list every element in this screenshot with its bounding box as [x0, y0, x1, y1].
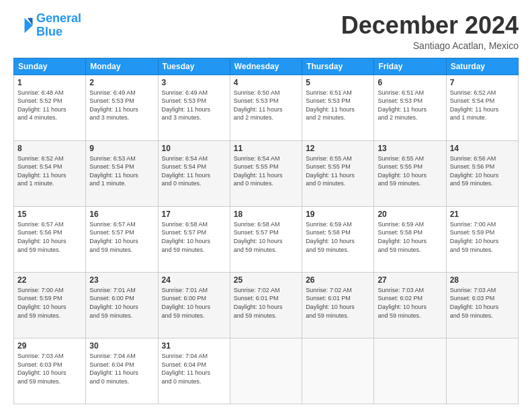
table-row: 21Sunrise: 7:00 AMSunset: 5:59 PMDayligh…	[446, 206, 518, 272]
day-number: 6	[378, 78, 442, 87]
day-info: Sunrise: 7:01 AMSunset: 6:00 PMDaylight:…	[89, 286, 154, 320]
day-info: Sunrise: 7:04 AMSunset: 6:04 PMDaylight:…	[162, 352, 226, 385]
col-friday: Friday	[374, 58, 446, 75]
calendar-week-5: 29Sunrise: 7:03 AMSunset: 6:03 PMDayligh…	[14, 338, 519, 404]
table-row: 15Sunrise: 6:57 AMSunset: 5:56 PMDayligh…	[14, 206, 86, 272]
top-section: General Blue December 2024 Santiago Acat…	[13, 12, 519, 51]
calendar-week-1: 1Sunrise: 6:48 AMSunset: 5:52 PMDaylight…	[14, 75, 519, 140]
table-row: 6Sunrise: 6:51 AMSunset: 5:53 PMDaylight…	[374, 75, 446, 140]
table-row: 2Sunrise: 6:49 AMSunset: 5:53 PMDaylight…	[86, 75, 158, 140]
col-saturday: Saturday	[446, 58, 518, 75]
day-number: 25	[234, 275, 298, 285]
calendar-week-3: 15Sunrise: 6:57 AMSunset: 5:56 PMDayligh…	[14, 206, 519, 272]
table-row: 14Sunrise: 6:56 AMSunset: 5:56 PMDayligh…	[446, 140, 518, 206]
table-row: 28Sunrise: 7:03 AMSunset: 6:03 PMDayligh…	[446, 272, 518, 338]
table-row: 29Sunrise: 7:03 AMSunset: 6:03 PMDayligh…	[14, 338, 86, 404]
day-number: 24	[162, 275, 226, 285]
day-number: 7	[450, 78, 515, 87]
day-number: 1	[17, 78, 82, 87]
table-row: 31Sunrise: 7:04 AMSunset: 6:04 PMDayligh…	[158, 338, 230, 404]
day-info: Sunrise: 6:54 AMSunset: 5:54 PMDaylight:…	[162, 154, 226, 188]
table-row	[446, 338, 518, 404]
day-info: Sunrise: 6:58 AMSunset: 5:57 PMDaylight:…	[162, 220, 226, 254]
day-info: Sunrise: 7:00 AMSunset: 5:59 PMDaylight:…	[450, 220, 515, 254]
day-number: 15	[17, 210, 82, 219]
day-info: Sunrise: 6:57 AMSunset: 5:56 PMDaylight:…	[17, 220, 82, 254]
col-wednesday: Wednesday	[230, 58, 302, 75]
table-row: 1Sunrise: 6:48 AMSunset: 5:52 PMDaylight…	[14, 75, 86, 140]
day-number: 23	[89, 275, 154, 285]
table-row: 8Sunrise: 6:52 AMSunset: 5:54 PMDaylight…	[14, 140, 86, 206]
day-number: 11	[234, 144, 298, 153]
day-info: Sunrise: 6:56 AMSunset: 5:56 PMDaylight:…	[450, 154, 515, 188]
calendar-table: Sunday Monday Tuesday Wednesday Thursday…	[13, 58, 519, 404]
day-info: Sunrise: 6:59 AMSunset: 5:58 PMDaylight:…	[306, 220, 370, 254]
calendar-week-4: 22Sunrise: 7:00 AMSunset: 5:59 PMDayligh…	[14, 272, 519, 338]
day-info: Sunrise: 6:50 AMSunset: 5:53 PMDaylight:…	[234, 89, 298, 122]
table-row: 13Sunrise: 6:55 AMSunset: 5:55 PMDayligh…	[374, 140, 446, 206]
table-row: 9Sunrise: 6:53 AMSunset: 5:54 PMDaylight…	[86, 140, 158, 206]
day-number: 8	[17, 144, 82, 153]
table-row	[302, 338, 374, 404]
location: Santiago Acatlan, Mexico	[341, 40, 519, 51]
day-number: 3	[162, 78, 226, 87]
day-info: Sunrise: 6:53 AMSunset: 5:54 PMDaylight:…	[89, 154, 154, 188]
table-row: 11Sunrise: 6:54 AMSunset: 5:55 PMDayligh…	[230, 140, 302, 206]
day-info: Sunrise: 6:59 AMSunset: 5:58 PMDaylight:…	[378, 220, 442, 254]
day-info: Sunrise: 6:48 AMSunset: 5:52 PMDaylight:…	[17, 89, 82, 122]
header-right: December 2024 Santiago Acatlan, Mexico	[341, 12, 519, 51]
day-number: 22	[17, 275, 82, 285]
day-number: 30	[89, 341, 154, 351]
day-number: 4	[234, 78, 298, 87]
day-info: Sunrise: 6:52 AMSunset: 5:54 PMDaylight:…	[450, 89, 515, 122]
table-row: 7Sunrise: 6:52 AMSunset: 5:54 PMDaylight…	[446, 75, 518, 140]
day-info: Sunrise: 6:55 AMSunset: 5:55 PMDaylight:…	[378, 154, 442, 188]
table-row: 12Sunrise: 6:55 AMSunset: 5:55 PMDayligh…	[302, 140, 374, 206]
day-number: 12	[306, 144, 370, 153]
logo-line2: Blue	[36, 25, 62, 38]
day-info: Sunrise: 7:02 AMSunset: 6:01 PMDaylight:…	[234, 286, 298, 320]
day-info: Sunrise: 7:03 AMSunset: 6:03 PMDaylight:…	[17, 352, 82, 385]
page: General Blue December 2024 Santiago Acat…	[0, 0, 532, 411]
day-info: Sunrise: 6:51 AMSunset: 5:53 PMDaylight:…	[378, 89, 442, 122]
day-info: Sunrise: 7:04 AMSunset: 6:04 PMDaylight:…	[89, 352, 154, 385]
table-row: 18Sunrise: 6:58 AMSunset: 5:57 PMDayligh…	[230, 206, 302, 272]
table-row: 16Sunrise: 6:57 AMSunset: 5:57 PMDayligh…	[86, 206, 158, 272]
day-number: 18	[234, 210, 298, 219]
table-row: 27Sunrise: 7:03 AMSunset: 6:02 PMDayligh…	[374, 272, 446, 338]
day-number: 13	[378, 144, 442, 153]
table-row: 22Sunrise: 7:00 AMSunset: 5:59 PMDayligh…	[14, 272, 86, 338]
day-number: 17	[162, 210, 226, 219]
day-number: 20	[378, 210, 442, 219]
table-row	[230, 338, 302, 404]
table-row: 25Sunrise: 7:02 AMSunset: 6:01 PMDayligh…	[230, 272, 302, 338]
day-info: Sunrise: 7:03 AMSunset: 6:02 PMDaylight:…	[378, 286, 442, 320]
day-number: 19	[306, 210, 370, 219]
logo-text: General Blue	[36, 12, 81, 39]
day-info: Sunrise: 6:52 AMSunset: 5:54 PMDaylight:…	[17, 154, 82, 188]
table-row: 3Sunrise: 6:49 AMSunset: 5:53 PMDaylight…	[158, 75, 230, 140]
day-number: 28	[450, 275, 515, 285]
day-number: 29	[17, 341, 82, 351]
day-info: Sunrise: 7:00 AMSunset: 5:59 PMDaylight:…	[17, 286, 82, 320]
calendar-header-row: Sunday Monday Tuesday Wednesday Thursday…	[14, 58, 519, 75]
day-number: 21	[450, 210, 515, 219]
day-info: Sunrise: 7:01 AMSunset: 6:00 PMDaylight:…	[162, 286, 226, 320]
day-info: Sunrise: 6:49 AMSunset: 5:53 PMDaylight:…	[89, 89, 154, 122]
table-row: 10Sunrise: 6:54 AMSunset: 5:54 PMDayligh…	[158, 140, 230, 206]
day-info: Sunrise: 6:54 AMSunset: 5:55 PMDaylight:…	[234, 154, 298, 188]
month-title: December 2024	[341, 12, 519, 39]
day-number: 27	[378, 275, 442, 285]
day-info: Sunrise: 6:57 AMSunset: 5:57 PMDaylight:…	[89, 220, 154, 254]
logo-line1: General	[36, 11, 81, 25]
day-number: 14	[450, 144, 515, 153]
day-number: 9	[89, 144, 154, 153]
day-number: 5	[306, 78, 370, 87]
day-info: Sunrise: 6:51 AMSunset: 5:53 PMDaylight:…	[306, 89, 370, 122]
logo-icon	[13, 15, 34, 36]
col-thursday: Thursday	[302, 58, 374, 75]
col-tuesday: Tuesday	[158, 58, 230, 75]
day-info: Sunrise: 6:58 AMSunset: 5:57 PMDaylight:…	[234, 220, 298, 254]
table-row: 17Sunrise: 6:58 AMSunset: 5:57 PMDayligh…	[158, 206, 230, 272]
logo: General Blue	[13, 12, 81, 39]
